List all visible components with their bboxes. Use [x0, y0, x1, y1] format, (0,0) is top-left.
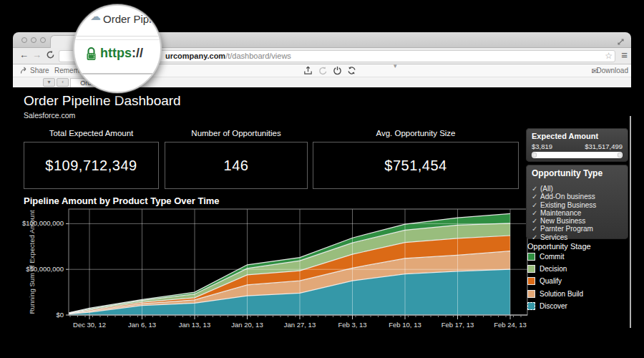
legend-item[interactable]: Commit	[527, 253, 583, 265]
opportunity-type-option[interactable]: ✓Add-On business	[532, 193, 625, 200]
pause-updates-icon[interactable]	[333, 66, 343, 76]
chart-title: Pipeline Amount by Product Type Over Tim…	[24, 195, 220, 206]
back-button[interactable]: ←	[19, 49, 29, 60]
svg-text:Jan 6, 13: Jan 6, 13	[128, 321, 156, 329]
undo-icon[interactable]	[318, 66, 328, 76]
magnified-tab-edge	[74, 36, 160, 37]
kpi-label: Avg. Opportunity Size	[313, 129, 519, 137]
refresh-icon[interactable]	[347, 66, 357, 76]
legend-item[interactable]: Solution Build	[527, 290, 583, 302]
magnifier-callout: ☁ Order Pipli https://	[73, 4, 162, 93]
legend-items: CommitDecisionQualifySolution BuildDisco…	[527, 253, 583, 314]
option-label: (All)	[540, 185, 553, 193]
page-title: Order Pipeline Dashboard	[24, 93, 181, 109]
svg-text:Jan 20, 13: Jan 20, 13	[231, 321, 263, 329]
download-label: Download	[597, 67, 628, 74]
share-button[interactable]: Share	[30, 67, 49, 74]
filter-title: Opportunity Type	[532, 168, 602, 178]
magnified-https-text: https://	[100, 46, 143, 61]
filter-range: $3,819 $31,517,499	[532, 142, 623, 150]
opportunity-type-option[interactable]: ✓(All)	[532, 185, 625, 193]
bookmark-star-icon[interactable]: ☆	[605, 51, 613, 61]
minimize-window-button[interactable]	[31, 37, 36, 43]
svg-text:Jan 27, 13: Jan 27, 13	[284, 321, 316, 329]
download-button[interactable]: ↓ Download	[591, 67, 628, 74]
checkmark-icon: ✓	[532, 217, 540, 225]
opportunity-type-option[interactable]: ✓New Business	[532, 217, 625, 225]
svg-text:$0: $0	[56, 311, 64, 319]
kpi-value-avg-size: $751,454	[313, 142, 519, 189]
legend-item[interactable]: Decision	[527, 265, 583, 277]
range-slider[interactable]	[532, 152, 623, 158]
opportunity-type-options: ✓(All)✓Add-On business✓Existing Business…	[532, 185, 625, 241]
close-window-button[interactable]	[21, 37, 27, 43]
checkmark-icon: ✓	[532, 225, 540, 233]
option-label: Existing Business	[540, 201, 596, 209]
browser-menu-icon[interactable]: ≡	[621, 49, 628, 61]
option-label: Parnter Program	[540, 225, 593, 233]
svg-text:Feb 10, 13: Feb 10, 13	[389, 321, 421, 329]
export-icon[interactable]	[303, 66, 313, 76]
legend-swatch[interactable]	[527, 290, 535, 298]
svg-text:Feb 3, 13: Feb 3, 13	[338, 321, 366, 329]
sheet-prev-icon[interactable]: ‹	[57, 78, 69, 87]
fullscreen-icon[interactable]	[617, 36, 625, 49]
checkmark-icon: ✓	[532, 193, 540, 200]
opportunity-type-option[interactable]: ✓Parnter Program	[532, 225, 625, 233]
page-scrollbar[interactable]	[630, 116, 631, 328]
svg-text:Running Sum of Expected Amount: Running Sum of Expected Amount	[28, 210, 36, 314]
magnified-tab-title: Order Pipli	[103, 13, 154, 25]
opportunity-type-option[interactable]: ✓Maintenance	[532, 209, 625, 217]
checkmark-icon: ✓	[532, 233, 540, 241]
kpi-label: Number of Opportunities	[165, 129, 308, 137]
checkmark-icon: ✓	[532, 209, 540, 217]
range-min: $3,819	[532, 142, 552, 150]
svg-text:Feb 24, 13: Feb 24, 13	[494, 321, 526, 329]
share-icon	[20, 66, 30, 76]
lock-icon	[85, 47, 97, 65]
option-label: Services	[540, 233, 567, 241]
filter-title: Expected Amount	[532, 132, 598, 140]
page-subtitle: Salesforce.com	[24, 111, 75, 120]
svg-text:Dec 30, 12: Dec 30, 12	[73, 321, 106, 329]
legend-label: Solution Build	[540, 290, 583, 298]
dashboard: Order Pipeline Dashboard Salesforce.com …	[13, 87, 631, 342]
opportunity-type-option[interactable]: ✓Services	[532, 233, 625, 241]
legend-item[interactable]: Qualify	[527, 277, 583, 289]
toolbar-collapse-icon[interactable]: ▾	[394, 62, 397, 69]
url-domain: urcompany.com	[165, 52, 225, 60]
screenshot-stage: × ← → urcompany.com/t/dashboard/views ☆ …	[0, 0, 644, 358]
sheet-menu-icon[interactable]: ▾	[43, 78, 55, 87]
legend-label: Discover	[540, 302, 567, 310]
kpi-label: Total Expected Amount	[24, 129, 159, 137]
magnified-urlbar-edge	[74, 39, 160, 40]
range-max: $31,517,499	[585, 142, 623, 150]
salesforce-cloud-icon: ☁	[90, 10, 101, 23]
url-path: /t/dashboard/views	[225, 52, 291, 60]
pipeline-chart[interactable]: $0$50,000,000$100,000,000Running Sum of …	[13, 206, 542, 341]
svg-text:Feb 17, 13: Feb 17, 13	[441, 321, 474, 329]
forward-button[interactable]: →	[32, 49, 42, 60]
legend-label: Decision	[540, 265, 567, 273]
legend-swatch[interactable]	[527, 302, 535, 310]
kpi-value-opportunity-count: 146	[165, 142, 308, 189]
expected-amount-filter: Expected Amount $3,819 $31,517,499	[526, 128, 628, 162]
legend-swatch[interactable]	[527, 277, 535, 285]
magnified-field-edge	[74, 73, 160, 74]
legend-swatch[interactable]	[527, 265, 535, 273]
option-label: New Business	[540, 217, 585, 225]
slider-handle-right[interactable]	[618, 153, 622, 158]
kpi-value-total-expected: $109,712,349	[24, 142, 159, 189]
legend-label: Qualify	[540, 277, 562, 285]
legend-title: Opportunity Stage	[527, 242, 591, 251]
reload-icon[interactable]	[46, 50, 55, 62]
zoom-window-button[interactable]	[40, 37, 46, 43]
svg-text:Jan 13, 13: Jan 13, 13	[179, 321, 210, 329]
opportunity-type-option[interactable]: ✓Existing Business	[532, 201, 625, 209]
legend-item[interactable]: Discover	[527, 302, 583, 314]
option-label: Maintenance	[540, 209, 581, 217]
slider-handle-left[interactable]	[532, 153, 537, 158]
option-label: Add-On business	[540, 193, 595, 200]
legend-swatch[interactable]	[527, 253, 535, 261]
checkmark-icon: ✓	[532, 185, 540, 193]
